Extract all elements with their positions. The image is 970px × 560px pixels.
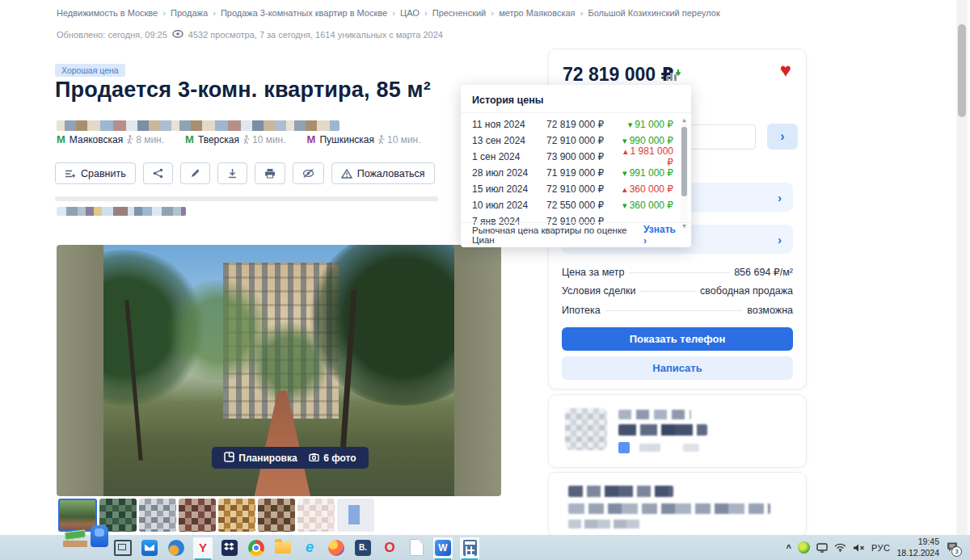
report-button[interactable]: Пожаловаться xyxy=(331,162,435,184)
breadcrumb: Недвижимость в МосквеПродажаПродажа 3-ко… xyxy=(57,8,720,18)
price-history-list: 11 ноя 202472 819 000 ₽91 000 ₽ 13 сен 2… xyxy=(461,113,691,229)
show-phone-button[interactable]: Показать телефон xyxy=(562,327,793,351)
good-price-badge: Хорошая цена xyxy=(55,64,125,77)
notification-count-badge: 3 xyxy=(951,546,962,557)
clock[interactable]: 19:45 18.12.2024 xyxy=(896,537,939,558)
edge-browser-icon[interactable] xyxy=(167,537,186,558)
metro-icon: М xyxy=(307,133,316,145)
share-button[interactable] xyxy=(143,162,173,184)
question-submit-button[interactable]: › xyxy=(767,124,798,149)
price-history-row: 1 сен 202473 900 000 ₽1 981 000 ₽ xyxy=(472,149,673,165)
price-history-row: 11 ноя 202472 819 000 ₽91 000 ₽ xyxy=(472,116,673,133)
price-change: 991 000 ₽ xyxy=(618,167,673,179)
learn-more-link[interactable]: Узнать › xyxy=(643,224,680,246)
thumbnail[interactable] xyxy=(337,499,374,532)
backpack-app-icon[interactable] xyxy=(91,525,108,547)
write-message-button[interactable]: Написать xyxy=(562,356,793,380)
printer-icon xyxy=(264,168,276,179)
thumbnail[interactable] xyxy=(297,499,335,532)
yandex-browser-icon[interactable]: Y xyxy=(193,537,213,558)
breadcrumb-item[interactable]: Недвижимость в Москве xyxy=(57,8,171,18)
price-change: 1 981 000 ₽ xyxy=(618,145,673,168)
metro-name: Пушкинская xyxy=(319,134,374,145)
scrollbar-thumb[interactable] xyxy=(681,127,687,196)
calculator-icon[interactable] xyxy=(460,537,479,558)
question-input[interactable] xyxy=(680,124,756,149)
favorite-heart-icon[interactable]: ♥ xyxy=(780,61,791,80)
breadcrumb-item[interactable]: Пресненский xyxy=(432,8,499,18)
word-icon[interactable]: W xyxy=(433,537,453,558)
compare-button[interactable]: Сравнить xyxy=(55,162,136,184)
photo-count-button[interactable]: 6 фото xyxy=(309,453,356,464)
metro-station[interactable]: М Пушкинская 10 мин. xyxy=(307,133,421,145)
wifi-icon[interactable] xyxy=(834,543,846,552)
popup-title: История цены xyxy=(461,85,691,113)
task-view-icon[interactable] xyxy=(113,537,133,558)
volume-muted-icon[interactable] xyxy=(853,543,865,553)
vk-icon[interactable]: B. xyxy=(353,537,373,558)
thumbnail[interactable] xyxy=(179,499,216,532)
metro-name: Маяковская xyxy=(70,134,123,145)
popup-scrollbar[interactable]: ▲ ▼ xyxy=(681,117,688,229)
dropbox-icon[interactable] xyxy=(220,537,239,558)
mail-icon[interactable] xyxy=(140,537,159,558)
blurred-text xyxy=(568,503,770,514)
thumbnail[interactable] xyxy=(139,499,176,532)
listing-meta: Обновлено: сегодня, 09:25 4532 просмотра… xyxy=(57,30,443,40)
breadcrumb-item[interactable]: метро Маяковская xyxy=(499,8,588,18)
pencil-icon xyxy=(190,168,200,179)
firefox-icon[interactable] xyxy=(327,537,346,558)
walk-time: 10 мин. xyxy=(378,134,421,145)
detail-row: Цена за метр856 694 ₽/м² xyxy=(562,266,793,285)
notepad-icon[interactable] xyxy=(407,537,426,558)
metro-station[interactable]: М Тверская 10 мин. xyxy=(185,133,286,145)
page-title: Продается 3-комн. квартира, 85 м² xyxy=(55,78,431,103)
blurred-text xyxy=(568,486,673,497)
camera-icon xyxy=(309,453,319,464)
thumbnail[interactable] xyxy=(218,499,255,532)
print-button[interactable] xyxy=(255,162,285,184)
breadcrumb-item[interactable]: ЦАО xyxy=(400,8,432,18)
breadcrumb-item[interactable]: Продажа xyxy=(171,8,221,18)
browser-scrollbar[interactable] xyxy=(956,0,968,535)
language-indicator[interactable]: РУС xyxy=(871,543,891,553)
clock-time: 19:45 xyxy=(896,537,939,547)
notification-center-icon[interactable]: 3 xyxy=(946,541,959,554)
edit-button[interactable] xyxy=(180,162,210,184)
download-button[interactable] xyxy=(217,162,247,184)
walk-time: 8 мин. xyxy=(127,134,164,145)
opera-icon[interactable]: O xyxy=(380,537,399,558)
section-divider xyxy=(55,196,438,201)
detail-row: Ипотекавозможна xyxy=(562,305,793,324)
metro-row: М Маяковская 8 мин. М Тверская 10 мин. М… xyxy=(57,133,421,145)
clock-date: 18.12.2024 xyxy=(896,548,939,558)
action-toolbar: Сравнить Пожаловаться xyxy=(55,162,435,184)
browser-scrollbar-thumb[interactable] xyxy=(958,24,966,117)
main-photo[interactable]: Планировка 6 фото xyxy=(57,245,501,496)
chevron-right-icon: › xyxy=(778,191,782,204)
file-explorer-icon[interactable] xyxy=(273,537,293,558)
chrome-icon[interactable] xyxy=(247,537,266,558)
tray-antivirus-icon[interactable] xyxy=(798,541,810,554)
market-price-text: Рыночная цена квартиры по оценке Циан xyxy=(472,225,643,245)
tray-display-icon[interactable] xyxy=(816,543,828,553)
price-history-chart-icon[interactable] xyxy=(665,69,681,86)
floorplan-button[interactable]: Планировка xyxy=(224,452,297,465)
breadcrumb-item[interactable]: Продажа 3-комнатных квартир в Москве xyxy=(221,8,400,18)
blurred-agent-meta xyxy=(639,444,660,452)
tray-expand-icon[interactable]: ^ xyxy=(786,543,791,553)
hide-button[interactable] xyxy=(293,162,324,184)
updated-text: Обновлено: сегодня, 09:25 xyxy=(57,30,167,40)
breadcrumb-item[interactable]: Большой Козихинский переулок xyxy=(588,8,719,18)
internet-explorer-icon[interactable]: e xyxy=(300,537,319,558)
metro-station[interactable]: М Маяковская 8 мин. xyxy=(57,133,164,145)
price-change: 990 000 ₽ xyxy=(618,135,673,146)
desk-app-icon[interactable] xyxy=(63,526,87,547)
views-eye-icon xyxy=(172,30,183,40)
scroll-up-arrow[interactable]: ▲ xyxy=(681,117,688,123)
eye-off-icon xyxy=(302,168,314,179)
thumbnail[interactable] xyxy=(258,499,295,532)
walk-time: 10 мин. xyxy=(243,134,286,145)
chevron-right-icon: › xyxy=(778,233,782,246)
agent-card[interactable] xyxy=(548,394,807,468)
